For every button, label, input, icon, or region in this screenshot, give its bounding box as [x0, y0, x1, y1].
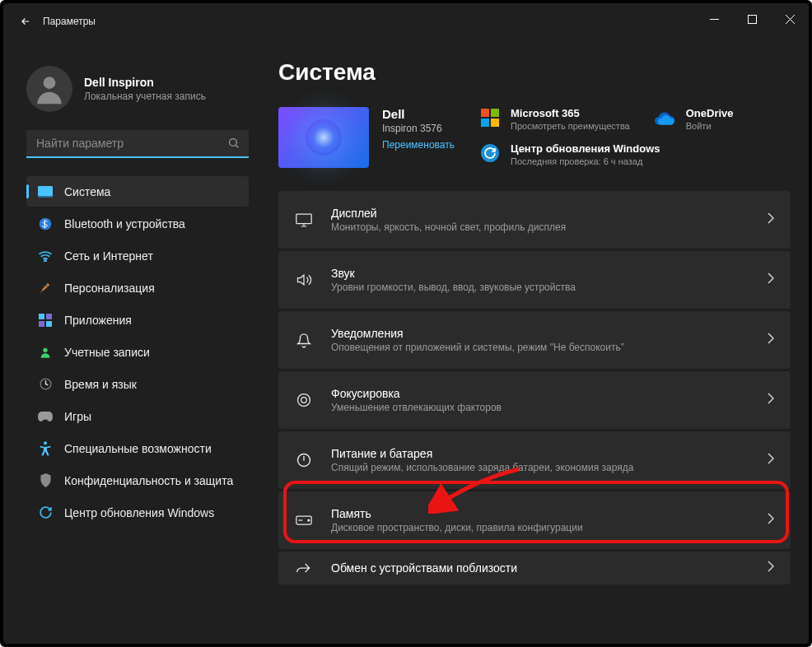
sound-icon	[295, 271, 313, 289]
list-item-nearby-share[interactable]: Обмен с устройствами поблизости	[278, 552, 791, 584]
list-title: Звук	[331, 267, 576, 280]
power-icon	[295, 451, 313, 469]
sidebar-item-update[interactable]: Центр обновления Windows	[26, 497, 249, 528]
gamepad-icon	[38, 409, 53, 424]
card-title: Microsoft 365	[511, 107, 630, 119]
settings-list: ДисплейМониторы, яркость, ночной свет, п…	[278, 191, 791, 584]
list-item-storage[interactable]: ПамятьДисковое пространство, диски, прав…	[278, 491, 791, 549]
list-sub: Спящий режим, использование заряда батар…	[331, 462, 633, 473]
svg-point-13	[44, 441, 47, 445]
card-sub[interactable]: Войти	[686, 121, 734, 131]
list-item-sound[interactable]: ЗвукУровни громкости, вывод, ввод, звуко…	[278, 251, 791, 309]
chevron-right-icon	[768, 453, 774, 468]
update-circle-icon	[479, 142, 501, 164]
search-input[interactable]	[26, 130, 249, 158]
list-item-display[interactable]: ДисплейМониторы, яркость, ночной свет, п…	[278, 191, 791, 249]
sidebar-item-label: Приложения	[64, 314, 132, 327]
back-button[interactable]	[13, 9, 38, 34]
system-icon	[38, 184, 53, 199]
list-sub: Оповещения от приложений и системы, режи…	[331, 342, 624, 353]
onedrive-icon	[655, 107, 676, 128]
page-title: Система	[278, 59, 791, 86]
list-sub: Уровни громкости, вывод, ввод, звуковые …	[331, 282, 576, 293]
list-sub: Уменьшение отвлекающих факторов	[331, 402, 502, 413]
svg-rect-8	[46, 314, 52, 319]
sidebar-item-label: Персонализация	[64, 282, 155, 295]
apps-icon	[38, 313, 53, 328]
chevron-right-icon	[768, 272, 774, 287]
list-title: Память	[331, 507, 583, 520]
card-update[interactable]: Центр обновления Windows Последняя прове…	[479, 142, 660, 166]
list-title: Дисплей	[331, 207, 566, 220]
sidebar-item-apps[interactable]: Приложения	[26, 305, 249, 335]
sidebar-item-system[interactable]: Система	[26, 176, 249, 207]
maximize-button[interactable]	[733, 3, 771, 35]
svg-point-6	[44, 259, 46, 261]
sidebar-item-label: Специальные возможности	[64, 442, 212, 455]
storage-icon	[295, 511, 313, 529]
sidebar-item-privacy[interactable]: Конфиденциальность и защита	[26, 465, 249, 496]
nav: Система Bluetooth и устройства Сеть и Ин…	[26, 176, 249, 528]
card-sub: Последняя проверка: 6 ч назад	[511, 156, 660, 166]
profile-block[interactable]: Dell Inspiron Локальная учетная запись	[26, 49, 249, 112]
device-block: Dell Inspiron 3576 Переименовать	[278, 107, 455, 168]
brush-icon	[38, 281, 53, 296]
focus-icon	[295, 391, 313, 409]
sidebar-item-network[interactable]: Сеть и Интернет	[26, 240, 249, 271]
sidebar-item-label: Система	[64, 185, 110, 198]
sidebar-item-time-language[interactable]: Время и язык	[26, 369, 249, 399]
chevron-right-icon	[768, 561, 774, 575]
sidebar-item-personalization[interactable]: Персонализация	[26, 272, 249, 303]
update-icon	[38, 505, 53, 520]
sidebar-item-accessibility[interactable]: Специальные возможности	[26, 433, 249, 463]
list-item-notifications[interactable]: УведомленияОповещения от приложений и си…	[278, 311, 791, 369]
card-sub[interactable]: Просмотреть преимущества	[511, 121, 630, 131]
list-title: Питание и батарея	[331, 447, 633, 460]
sidebar-item-label: Центр обновления Windows	[64, 506, 214, 519]
card-onedrive[interactable]: OneDrive Войти	[655, 107, 734, 131]
device-thumbnail	[278, 107, 369, 168]
sidebar-item-gaming[interactable]: Игры	[26, 401, 249, 431]
svg-rect-3	[38, 186, 53, 196]
svg-point-1	[44, 77, 56, 89]
svg-rect-10	[46, 321, 52, 327]
card-ms365[interactable]: Microsoft 365 Просмотреть преимущества	[479, 107, 630, 131]
sidebar-item-accounts[interactable]: Учетные записи	[26, 337, 249, 367]
close-button[interactable]	[771, 3, 809, 35]
list-item-power[interactable]: Питание и батареяСпящий режим, использов…	[278, 431, 791, 489]
svg-point-2	[230, 139, 237, 147]
list-sub: Мониторы, яркость, ночной свет, профиль …	[331, 221, 566, 233]
svg-point-20	[298, 394, 310, 407]
card-title: OneDrive	[686, 107, 734, 119]
svg-rect-15	[491, 109, 499, 117]
shield-icon	[38, 473, 53, 488]
device-name: Dell	[382, 107, 455, 121]
svg-point-11	[43, 347, 47, 351]
minimize-button[interactable]	[695, 3, 733, 35]
card-title: Центр обновления Windows	[511, 142, 660, 155]
svg-rect-19	[296, 214, 311, 224]
chevron-right-icon	[768, 513, 774, 528]
profile-name: Dell Inspiron	[84, 76, 206, 89]
svg-rect-0	[748, 15, 756, 23]
device-model: Inspiron 3576	[382, 123, 455, 134]
svg-point-24	[308, 519, 310, 521]
ms365-icon	[479, 107, 501, 128]
avatar	[26, 66, 72, 112]
wifi-icon	[38, 249, 53, 263]
title-bar: Параметры	[3, 3, 809, 40]
rename-link[interactable]: Переименовать	[382, 139, 455, 151]
svg-rect-7	[39, 314, 44, 319]
person-icon	[38, 345, 53, 360]
svg-rect-4	[38, 196, 53, 198]
search-icon	[227, 137, 240, 153]
svg-point-18	[481, 144, 499, 162]
sidebar-item-bluetooth[interactable]: Bluetooth и устройства	[26, 208, 249, 239]
list-title: Уведомления	[331, 327, 624, 340]
chevron-right-icon	[768, 393, 774, 407]
list-item-focus[interactable]: ФокусировкаУменьшение отвлекающих фактор…	[278, 371, 791, 429]
bell-icon	[295, 331, 313, 349]
svg-rect-9	[39, 321, 44, 327]
content-area: Система Dell Inspiron 3576 Переименовать	[259, 40, 809, 644]
sidebar-item-label: Учетные записи	[64, 346, 150, 359]
